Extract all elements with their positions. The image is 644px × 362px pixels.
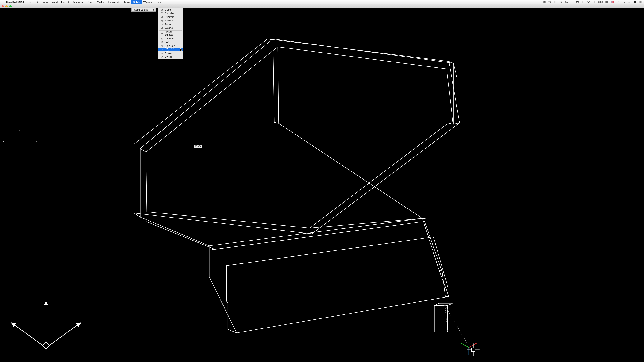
svg-point-10 xyxy=(560,1,562,3)
menu-dimension[interactable]: Dimension xyxy=(71,0,86,4)
svg-line-46 xyxy=(140,217,209,246)
apple-menu-icon[interactable] xyxy=(0,0,4,4)
notifications-icon[interactable] xyxy=(639,0,642,4)
window-titlebar xyxy=(0,4,644,8)
battery-icon[interactable] xyxy=(606,0,609,4)
draw-revolve-label: Revolve xyxy=(165,52,174,55)
menu-draw[interactable]: Draw xyxy=(86,0,95,4)
svg-point-75 xyxy=(161,24,163,25)
zoom-window-button[interactable] xyxy=(9,5,12,7)
menu-modify[interactable]: Modify xyxy=(95,0,106,4)
menu-view[interactable]: View xyxy=(41,0,50,4)
menu-file[interactable]: File xyxy=(26,0,33,4)
svg-line-51 xyxy=(146,222,215,249)
svg-rect-20 xyxy=(606,2,608,2)
extrude-icon xyxy=(161,37,163,40)
svg-line-62 xyxy=(461,343,469,348)
svg-line-32 xyxy=(273,39,274,122)
dropbox-icon[interactable] xyxy=(548,0,552,4)
draw-sweep-label: Sweep xyxy=(165,55,172,58)
volume-icon[interactable] xyxy=(592,0,596,4)
bluetooth-icon[interactable] xyxy=(582,0,585,4)
sphere-icon xyxy=(161,19,163,22)
draw-pyramid[interactable]: Pyramid xyxy=(158,15,183,19)
menubar-left: CorelCAD 2019 File Edit View Insert Form… xyxy=(4,0,162,4)
calendar-icon[interactable] xyxy=(570,0,574,4)
torus-icon xyxy=(161,23,163,26)
pushpull-icon xyxy=(161,48,163,51)
wedge-icon xyxy=(161,27,163,29)
menu-solids[interactable]: Solids xyxy=(131,0,142,4)
draw-extrude-label: Extrude xyxy=(165,37,174,40)
svg-line-37 xyxy=(146,152,147,212)
wifi-icon[interactable] xyxy=(587,0,590,4)
draw-cone-label: Cone xyxy=(165,8,171,11)
svg-line-70 xyxy=(50,324,78,345)
draw-cylinder[interactable]: Cylinder xyxy=(158,11,183,15)
backup-icon[interactable] xyxy=(576,0,579,4)
svg-line-58 xyxy=(445,306,467,343)
svg-point-11 xyxy=(560,1,561,2)
svg-rect-64 xyxy=(472,348,475,351)
spotlight-icon[interactable] xyxy=(628,0,631,4)
solids-solidediting-label: Solid Editing xyxy=(134,8,148,11)
menu-edit[interactable]: Edit xyxy=(33,0,41,4)
revolve-icon xyxy=(161,52,163,55)
svg-point-3 xyxy=(556,1,556,1)
menu-help[interactable]: Help xyxy=(154,0,162,4)
svg-point-4 xyxy=(554,2,555,2)
draw-pyramid-label: Pyramid xyxy=(165,15,174,18)
svg-point-23 xyxy=(623,1,624,2)
svg-line-44 xyxy=(422,218,425,227)
at-icon[interactable] xyxy=(559,0,562,4)
menu-format[interactable]: Format xyxy=(60,0,71,4)
menu-separator xyxy=(158,35,183,37)
menu-insert[interactable]: Insert xyxy=(50,0,60,4)
cylinder-icon xyxy=(161,12,163,15)
draw-cylinder-label: Cylinder xyxy=(165,12,174,15)
close-window-button[interactable] xyxy=(2,5,4,7)
menu-constraints[interactable]: Constraints xyxy=(106,0,122,4)
svg-point-2 xyxy=(555,1,556,1)
svg-point-76 xyxy=(162,24,162,24)
svg-line-48 xyxy=(274,122,278,123)
svg-point-79 xyxy=(161,42,163,43)
pyramid-icon xyxy=(161,16,163,18)
draw-extrude[interactable]: Extrude xyxy=(158,37,183,40)
polysolid-icon xyxy=(161,45,163,47)
user-icon[interactable] xyxy=(622,0,626,4)
moon-icon[interactable] xyxy=(565,0,568,4)
camera-icon[interactable] xyxy=(542,0,546,4)
minimize-window-button[interactable] xyxy=(5,5,8,7)
svg-point-72 xyxy=(161,12,163,13)
flag-icon[interactable] xyxy=(611,0,614,4)
draw-planarsurface[interactable]: Planar Surface xyxy=(158,31,183,35)
clock-icon[interactable] xyxy=(616,0,620,4)
draw-torus[interactable]: Torus xyxy=(158,22,183,26)
draw-sweep[interactable]: Sweep xyxy=(158,55,183,59)
loft-icon xyxy=(161,41,163,44)
cad-drawing xyxy=(0,8,644,362)
draw-loft[interactable]: Loft xyxy=(158,40,183,44)
siri-icon[interactable] xyxy=(633,0,636,4)
svg-rect-52 xyxy=(434,306,448,332)
svg-point-6 xyxy=(556,2,556,2)
cad-viewport[interactable]: Z X Y 68.674 xyxy=(0,8,644,362)
draw-revolve[interactable]: Revolve xyxy=(158,51,183,55)
svg-point-73 xyxy=(161,20,163,22)
battery-percent[interactable]: 69% xyxy=(598,0,603,3)
planarsurface-icon xyxy=(161,32,163,35)
axis-x-label: X xyxy=(36,140,38,143)
menu-tools[interactable]: Tools xyxy=(122,0,131,4)
svg-point-78 xyxy=(162,41,162,42)
svg-line-54 xyxy=(434,303,439,306)
app-name[interactable]: CorelCAD 2019 xyxy=(4,0,26,4)
grid-icon[interactable] xyxy=(554,0,557,4)
menu-window[interactable]: Window xyxy=(142,0,154,4)
draw-sphere[interactable]: Sphere xyxy=(158,19,183,22)
svg-point-1 xyxy=(554,1,555,1)
svg-line-49 xyxy=(278,123,422,218)
draw-wedge[interactable]: Wedge xyxy=(158,26,183,30)
draw-pushpull[interactable]: Push and Pull xyxy=(158,48,183,51)
draw-wedge-label: Wedge xyxy=(165,26,173,29)
